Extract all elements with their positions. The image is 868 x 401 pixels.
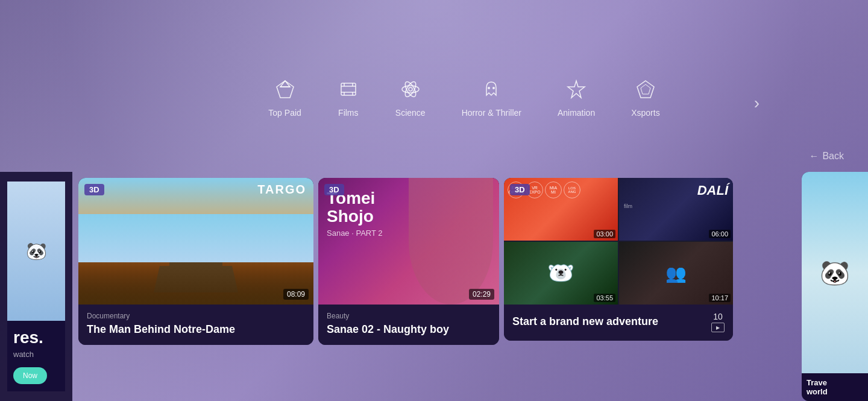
- title-notre-dame: The Man Behind Notre-Dame: [87, 323, 305, 336]
- svg-point-10: [409, 87, 412, 91]
- badge-3d-adventure: 3D: [510, 184, 530, 195]
- nav-label-science: Science: [395, 108, 426, 118]
- left-panel-sub: watch: [13, 350, 59, 359]
- star-icon: [565, 78, 587, 103]
- right-partial-info: Trave world: [802, 373, 868, 401]
- back-label: Back: [822, 151, 844, 162]
- svg-rect-3: [341, 83, 356, 95]
- left-panel-title: res.: [13, 328, 59, 347]
- nav-label-films: Films: [338, 108, 358, 118]
- card-notre-dame-info: Documentary The Man Behind Notre-Dame: [78, 305, 313, 345]
- svg-marker-0: [277, 81, 294, 98]
- category-sanae: Beauty: [327, 312, 491, 320]
- card-sanae[interactable]: Tomei Shojo Sanae · PART 2 3D 02:29 Beau…: [318, 178, 499, 345]
- atom-icon: [400, 78, 421, 103]
- svg-marker-17: [637, 81, 654, 98]
- nav-item-top-paid[interactable]: Top Paid: [268, 78, 301, 118]
- card-adventure-thumb: 3D EUROPEAN VREXPO MIAMI LOSANG 03:00: [504, 178, 733, 305]
- svg-marker-16: [568, 81, 585, 98]
- now-button[interactable]: Now: [13, 367, 47, 384]
- episode-count: 10: [713, 312, 723, 321]
- sub-duration-3: 03:55: [594, 294, 615, 302]
- nav-next-arrow[interactable]: ›: [754, 93, 760, 113]
- nav-label-xsports: Xsports: [631, 108, 659, 118]
- adventure-grid: EUROPEAN VREXPO MIAMI LOSANG 03:00 DALÍ …: [504, 178, 733, 305]
- targo-logo: TARGO: [257, 183, 306, 197]
- svg-point-11: [402, 86, 419, 93]
- right-partial-title: Trave world: [807, 378, 863, 396]
- badge-3d-sanae: 3D: [324, 184, 344, 195]
- ghost-icon: [480, 78, 502, 103]
- svg-marker-18: [641, 84, 650, 94]
- category-notre-dame: Documentary: [87, 312, 305, 320]
- nav-label-animation: Animation: [558, 108, 595, 118]
- film-icon: [338, 78, 359, 103]
- card-sanae-info: Beauty Sanae 02 - Naughty boy: [318, 305, 499, 345]
- right-partial-thumb: 🐼: [802, 172, 868, 373]
- panda-icon: 🐼: [820, 259, 850, 287]
- shojo-text: Shojo: [327, 207, 383, 226]
- xsports-icon: [635, 78, 656, 103]
- back-arrow-icon: ←: [809, 151, 819, 162]
- back-button[interactable]: ← Back: [809, 151, 844, 162]
- title-adventure: Start a brand new adventure: [512, 315, 658, 329]
- title-sanae: Sanae 02 - Naughty boy: [327, 323, 491, 336]
- sanae-sub-text: Sanae · PART 2: [327, 229, 383, 238]
- card-adventure-info: Start a brand new adventure 10 ▶: [504, 305, 733, 341]
- nav-label-horror: Horror & Thriller: [462, 108, 521, 118]
- nav-item-xsports[interactable]: Xsports: [631, 78, 659, 118]
- duration-sanae: 02:29: [469, 289, 494, 300]
- badge-3d-notre-dame: 3D: [84, 184, 104, 195]
- card-adventure[interactable]: 3D EUROPEAN VREXPO MIAMI LOSANG 03:00: [504, 178, 733, 341]
- card-sanae-thumb: Tomei Shojo Sanae · PART 2 3D 02:29: [318, 178, 499, 305]
- nav-label-top-paid: Top Paid: [268, 108, 301, 118]
- card-notre-dame-thumb: 3D TARGO 08:09: [78, 178, 313, 305]
- svg-point-15: [492, 87, 495, 89]
- duration-notre-dame: 08:09: [283, 289, 309, 300]
- nav-item-science[interactable]: Science: [395, 78, 426, 118]
- right-partial-card: 🐼 Trave world: [802, 172, 868, 401]
- cards-wrapper: 🐼 res. watch Now 3D TARGO 08:09 D: [0, 172, 868, 401]
- play-icon: ▶: [711, 323, 725, 332]
- card-notre-dame[interactable]: 3D TARGO 08:09 Documentary The Man Behin…: [78, 178, 313, 345]
- sanae-thumb-text: Tomei Shojo Sanae · PART 2: [327, 190, 383, 238]
- nav-categories: Top Paid Films Science: [157, 78, 772, 118]
- cards-inner: 3D TARGO 08:09 Documentary The Man Behin…: [0, 172, 733, 401]
- sub-thumb-4: 👥 10:17: [619, 242, 733, 305]
- nav-item-animation[interactable]: Animation: [558, 78, 595, 118]
- left-panel-card: 🐼 res. watch Now: [0, 172, 72, 401]
- nav-item-films[interactable]: Films: [338, 78, 359, 118]
- sub-duration-1: 03:00: [594, 230, 615, 238]
- sub-thumb-2: DALÍ film 06:00: [619, 178, 733, 241]
- sub-duration-4: 10:17: [709, 294, 731, 302]
- sub-thumb-3: 🐻‍❄️ 03:55: [504, 242, 618, 305]
- sub-duration-2: 06:00: [709, 230, 731, 238]
- nav-item-horror-thriller[interactable]: Horror & Thriller: [462, 78, 521, 118]
- diamond-icon: [274, 78, 296, 103]
- svg-point-14: [488, 87, 490, 89]
- svg-marker-1: [280, 81, 290, 87]
